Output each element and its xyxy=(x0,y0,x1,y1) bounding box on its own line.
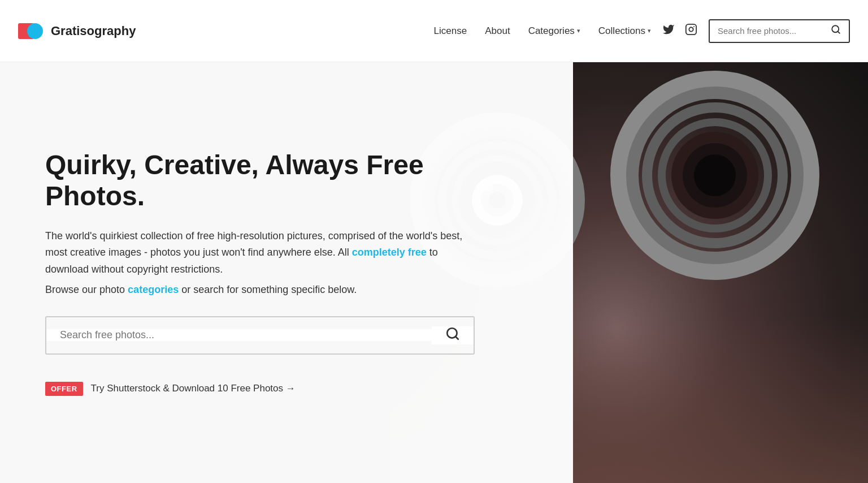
browse-text2: or search for something specific below. xyxy=(181,284,357,295)
nav-categories-dropdown[interactable]: Categories ▾ xyxy=(528,25,580,37)
nav-search-button[interactable] xyxy=(823,24,849,37)
nav-about[interactable]: About xyxy=(485,25,510,36)
collections-chevron-icon: ▾ xyxy=(648,27,651,34)
free-link[interactable]: completely free xyxy=(352,247,427,258)
nav-links: License About Categories ▾ Collections ▾ xyxy=(434,25,651,37)
hero-description: The world's quirkiest collection of free… xyxy=(45,228,463,278)
offer-bar: OFFER Try Shutterstock & Download 10 Fre… xyxy=(45,382,528,396)
browse-text: Browse our photo xyxy=(45,284,125,295)
right-goggle xyxy=(610,71,819,280)
navbar: Gratisography License About Categories ▾… xyxy=(0,0,868,62)
hero-search-button[interactable] xyxy=(432,326,474,344)
logo-circle xyxy=(27,23,43,39)
hero-card: Quirky, Creative, Always Free Photos. Th… xyxy=(0,62,573,483)
nav-categories-label[interactable]: Categories xyxy=(528,25,575,37)
hero-browse-text: Browse our photo categories or search fo… xyxy=(45,284,528,296)
offer-link[interactable]: Try Shutterstock & Download 10 Free Phot… xyxy=(91,383,296,394)
hero-title: Quirky, Creative, Always Free Photos. xyxy=(45,149,528,212)
nav-collections-dropdown[interactable]: Collections ▾ xyxy=(598,25,651,37)
svg-line-5 xyxy=(455,337,458,339)
nav-search-bar[interactable] xyxy=(709,19,850,43)
nav-search-input[interactable] xyxy=(710,26,823,36)
social-icons xyxy=(662,23,697,38)
categories-chevron-icon: ▾ xyxy=(577,27,580,34)
svg-rect-0 xyxy=(686,24,696,34)
instagram-icon[interactable] xyxy=(685,23,697,38)
svg-line-3 xyxy=(837,31,839,33)
offer-badge: OFFER xyxy=(45,382,83,396)
nav-collections-label[interactable]: Collections xyxy=(598,25,645,37)
site-name: Gratisography xyxy=(51,24,136,38)
hero-search-input[interactable] xyxy=(46,329,432,341)
hero-section: Quirky, Creative, Always Free Photos. Th… xyxy=(0,62,868,483)
categories-link[interactable]: categories xyxy=(128,284,179,295)
hero-search-bar[interactable] xyxy=(45,316,475,355)
logo-icon xyxy=(18,21,45,41)
twitter-icon[interactable] xyxy=(662,23,675,38)
nav-license[interactable]: License xyxy=(434,25,467,36)
logo-link[interactable]: Gratisography xyxy=(18,21,136,41)
